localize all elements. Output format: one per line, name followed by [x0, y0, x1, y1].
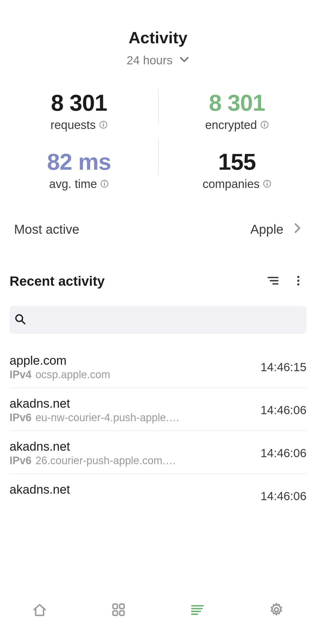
list-item[interactable]: akadns.net IPv6 eu-nw-courier-4.push-app… [10, 388, 306, 431]
list-item-proto: IPv6 [10, 455, 31, 467]
time-range-label: 24 hours [127, 54, 172, 67]
tab-bar [0, 588, 316, 644]
grid-icon [111, 602, 126, 619]
info-icon[interactable] [260, 118, 269, 132]
list-item-proto: IPv6 [10, 498, 31, 510]
filter-icon[interactable] [267, 275, 279, 288]
svg-rect-7 [104, 183, 105, 186]
list-item-domain: akadns.net [10, 439, 252, 453]
svg-rect-5 [264, 123, 265, 123]
most-active-row[interactable]: Most active Apple [0, 222, 316, 237]
tab-home[interactable] [30, 600, 49, 620]
svg-point-17 [297, 283, 299, 285]
page-title: Activity [0, 28, 316, 47]
stat-avg-time-label: avg. time [49, 177, 97, 191]
svg-rect-8 [104, 182, 105, 182]
svg-rect-10 [267, 183, 268, 186]
more-icon[interactable] [292, 275, 304, 288]
info-icon[interactable] [99, 118, 108, 132]
home-icon [32, 602, 47, 619]
activity-list: apple.com IPv4 ocsp.apple.com 14:46:15 a… [10, 348, 306, 516]
stat-encrypted[interactable]: 8 301 encrypted [158, 90, 316, 132]
most-active-value: Apple [250, 222, 283, 237]
svg-rect-2 [103, 123, 104, 123]
svg-rect-1 [103, 124, 104, 127]
chevron-down-icon [179, 54, 189, 67]
search-box[interactable] [10, 306, 306, 334]
stat-requests[interactable]: 8 301 requests [0, 90, 158, 132]
list-item-proto: IPv4 [10, 369, 31, 381]
list-item-time: 14:46:06 [252, 489, 307, 503]
svg-rect-11 [267, 182, 268, 182]
stat-companies-label: companies [203, 177, 260, 191]
svg-rect-20 [113, 604, 117, 609]
stat-avg-time-value: 82 ms [47, 149, 111, 175]
info-icon[interactable] [263, 177, 271, 191]
svg-point-15 [297, 276, 299, 278]
stat-encrypted-value: 8 301 [209, 90, 265, 116]
search-icon [15, 314, 26, 326]
list-item[interactable]: akadns.net IPv6 26.courier-push-apple.co… [10, 431, 306, 474]
list-item-proto: IPv6 [10, 412, 31, 424]
stat-requests-value: 8 301 [51, 90, 107, 116]
list-item-time: 14:46:06 [252, 446, 307, 460]
stat-companies-value: 155 [218, 149, 256, 175]
list-item-time: 14:46:06 [252, 403, 307, 417]
list-item-host: 26.courier-push-apple.com.akadn... [35, 455, 181, 467]
svg-line-19 [22, 321, 25, 324]
svg-point-16 [297, 280, 299, 282]
tab-apps[interactable] [109, 600, 128, 620]
list-item-host: ocsp.apple.com [35, 369, 110, 381]
svg-rect-23 [120, 611, 124, 615]
stat-companies[interactable]: 155 companies [158, 149, 316, 191]
stat-avg-time[interactable]: 82 ms avg. time [0, 149, 158, 191]
list-item[interactable]: akadns.net IPv6 14:46:06 [10, 474, 306, 516]
list-item-host: eu-nw-courier-4.push-apple.com.... [35, 412, 181, 424]
stat-encrypted-label: encrypted [205, 118, 257, 132]
tab-activity[interactable] [188, 600, 207, 620]
time-range-selector[interactable]: 24 hours [127, 54, 189, 67]
svg-rect-4 [264, 124, 265, 127]
info-icon[interactable] [100, 177, 109, 191]
list-item-domain: apple.com [10, 353, 252, 368]
chevron-right-icon [294, 222, 302, 237]
list-item-domain: akadns.net [10, 482, 252, 496]
stats-grid: 8 301 requests 8 301 encrypted 82 ms avg… [0, 90, 316, 191]
activity-icon [190, 602, 205, 619]
svg-point-28 [274, 608, 278, 612]
svg-rect-21 [120, 604, 124, 609]
tab-settings[interactable] [267, 600, 286, 620]
gear-icon [269, 602, 284, 619]
list-item[interactable]: apple.com IPv4 ocsp.apple.com 14:46:15 [10, 348, 306, 388]
recent-activity-title: Recent activity [10, 273, 105, 289]
svg-rect-22 [113, 611, 117, 615]
list-item-time: 14:46:15 [252, 360, 307, 374]
stat-requests-label: requests [51, 118, 96, 132]
list-item-domain: akadns.net [10, 396, 252, 411]
search-input[interactable] [26, 314, 301, 326]
most-active-label: Most active [14, 222, 79, 237]
